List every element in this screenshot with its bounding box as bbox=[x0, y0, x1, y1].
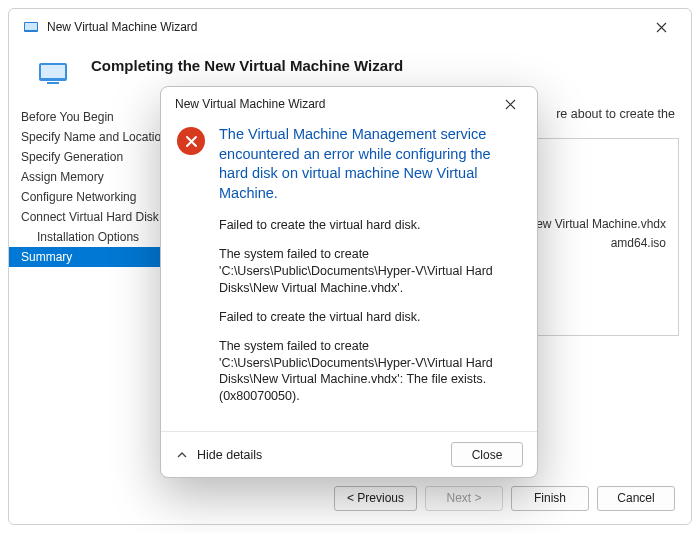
sidebar-item-assign-memory[interactable]: Assign Memory bbox=[9, 167, 179, 187]
sidebar-item-label: Before You Begin bbox=[21, 110, 114, 124]
close-icon bbox=[656, 22, 667, 33]
error-dialog-close-button[interactable] bbox=[489, 91, 531, 117]
sidebar-item-label: Installation Options bbox=[37, 230, 139, 244]
hide-details-toggle[interactable]: Hide details bbox=[175, 448, 441, 462]
svg-rect-5 bbox=[25, 23, 37, 30]
sidebar-item-configure-networking[interactable]: Configure Networking bbox=[9, 187, 179, 207]
error-headline: The Virtual Machine Management service e… bbox=[219, 125, 517, 203]
error-dialog: New Virtual Machine Wizard The Virtual M… bbox=[160, 86, 538, 478]
svg-rect-8 bbox=[47, 82, 59, 84]
cancel-button-label: Cancel bbox=[617, 491, 654, 505]
next-button-label: Next > bbox=[446, 491, 481, 505]
sidebar-item-specify-generation[interactable]: Specify Generation bbox=[9, 147, 179, 167]
finish-button[interactable]: Finish bbox=[511, 486, 589, 511]
previous-button-label: < Previous bbox=[347, 491, 404, 505]
svg-rect-7 bbox=[41, 65, 65, 78]
wizard-sidebar: Before You BeginSpecify Name and Locatio… bbox=[9, 105, 179, 472]
chevron-up-icon bbox=[175, 448, 189, 462]
sidebar-item-summary[interactable]: Summary bbox=[9, 247, 179, 267]
error-dialog-footer: Hide details Close bbox=[161, 431, 537, 477]
sidebar-item-specify-name-and-location[interactable]: Specify Name and Location bbox=[9, 127, 179, 147]
error-dialog-text: The Virtual Machine Management service e… bbox=[219, 125, 517, 417]
sidebar-item-label: Assign Memory bbox=[21, 170, 104, 184]
cancel-button[interactable]: Cancel bbox=[597, 486, 675, 511]
error-dialog-titlebar: New Virtual Machine Wizard bbox=[161, 87, 537, 121]
previous-button[interactable]: < Previous bbox=[334, 486, 417, 511]
sidebar-item-connect-virtual-hard-disk[interactable]: Connect Virtual Hard Disk bbox=[9, 207, 179, 227]
error-icon bbox=[177, 127, 205, 155]
error-paragraph: Failed to create the virtual hard disk. bbox=[219, 309, 517, 326]
error-paragraph: The system failed to create 'C:\Users\Pu… bbox=[219, 246, 517, 297]
error-paragraph: The system failed to create 'C:\Users\Pu… bbox=[219, 338, 517, 406]
wizard-page-title: Completing the New Virtual Machine Wizar… bbox=[91, 57, 403, 74]
wizard-title: New Virtual Machine Wizard bbox=[47, 20, 198, 34]
error-paragraph: Failed to create the virtual hard disk. bbox=[219, 217, 517, 234]
wizard-footer: < Previous Next > Finish Cancel bbox=[9, 472, 691, 524]
sidebar-item-installation-options[interactable]: Installation Options bbox=[9, 227, 179, 247]
finish-button-label: Finish bbox=[534, 491, 566, 505]
hide-details-label: Hide details bbox=[197, 448, 262, 462]
close-icon bbox=[505, 99, 516, 110]
sidebar-item-label: Connect Virtual Hard Disk bbox=[21, 210, 159, 224]
wizard-close-button[interactable] bbox=[639, 12, 683, 42]
next-button: Next > bbox=[425, 486, 503, 511]
wizard-header-icon bbox=[37, 61, 69, 85]
error-dialog-title: New Virtual Machine Wizard bbox=[175, 97, 326, 111]
sidebar-item-label: Specify Name and Location bbox=[21, 130, 168, 144]
error-close-button-label: Close bbox=[472, 448, 503, 462]
sidebar-item-label: Configure Networking bbox=[21, 190, 136, 204]
wizard-app-icon bbox=[23, 19, 39, 35]
error-dialog-body: The Virtual Machine Management service e… bbox=[161, 121, 537, 431]
sidebar-item-label: Summary bbox=[21, 250, 72, 264]
sidebar-item-label: Specify Generation bbox=[21, 150, 123, 164]
wizard-titlebar: New Virtual Machine Wizard bbox=[9, 9, 691, 45]
sidebar-item-before-you-begin[interactable]: Before You Begin bbox=[9, 107, 179, 127]
error-close-button[interactable]: Close bbox=[451, 442, 523, 467]
